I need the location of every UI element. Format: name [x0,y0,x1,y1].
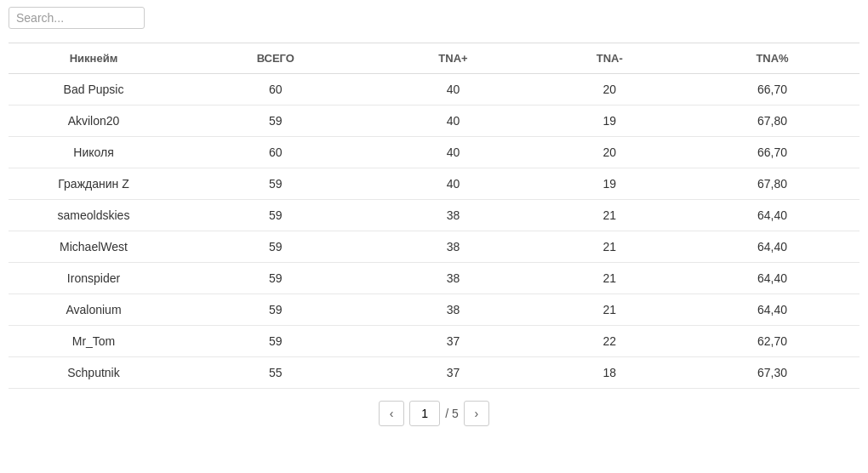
cell-value: 38 [373,294,534,326]
cell-value: 66,70 [685,74,859,105]
cell-nickname: Bad Pupsic [9,74,179,105]
table-row: Ironspider59382164,40 [9,263,859,294]
cell-value: 62,70 [685,326,859,357]
pagination: ‹ / 5 › [9,389,859,435]
cell-value: 59 [179,263,373,294]
cell-value: 38 [373,231,534,263]
cell-value: 21 [534,263,685,294]
cell-value: 64,40 [685,263,859,294]
cell-value: 20 [534,74,685,105]
table-row: Avalonium59382164,40 [9,294,859,326]
cell-value: 21 [534,294,685,326]
cell-value: 64,40 [685,231,859,263]
cell-value: 37 [373,357,534,389]
next-page-button[interactable]: › [464,401,489,426]
cell-value: 21 [534,200,685,231]
cell-value: 37 [373,326,534,357]
cell-value: 40 [373,168,534,200]
col-header-nickname: Никнейм [9,43,179,74]
cell-value: 59 [179,105,373,137]
cell-value: 20 [534,137,685,168]
cell-value: 59 [179,294,373,326]
cell-nickname: Schputnik [9,357,179,389]
table-row: Bad Pupsic60402066,70 [9,74,859,105]
table-row: Mr_Tom59372262,70 [9,326,859,357]
cell-nickname: sameoldskies [9,200,179,231]
cell-value: 40 [373,105,534,137]
cell-value: 59 [179,326,373,357]
cell-value: 66,70 [685,137,859,168]
cell-value: 67,30 [685,357,859,389]
cell-nickname: Mr_Tom [9,326,179,357]
col-header-total: ВСЕГО [179,43,373,74]
cell-nickname: Николя [9,137,179,168]
page-total: / 5 [445,407,459,420]
main-container: Никнейм ВСЕГО TNA+ TNA- TNA% Bad Pupsic6… [0,0,868,442]
search-wrap [9,7,859,29]
cell-value: 60 [179,137,373,168]
table-row: sameoldskies59382164,40 [9,200,859,231]
cell-value: 38 [373,200,534,231]
cell-value: 59 [179,168,373,200]
cell-value: 67,80 [685,105,859,137]
page-number-input[interactable] [409,401,440,426]
cell-value: 18 [534,357,685,389]
cell-value: 59 [179,231,373,263]
cell-value: 64,40 [685,294,859,326]
cell-value: 59 [179,200,373,231]
cell-value: 64,40 [685,200,859,231]
leaderboard-table: Никнейм ВСЕГО TNA+ TNA- TNA% Bad Pupsic6… [9,43,859,389]
table-row: Николя60402066,70 [9,137,859,168]
cell-nickname: Avalonium [9,294,179,326]
cell-nickname: MichaelWest [9,231,179,263]
cell-value: 21 [534,231,685,263]
cell-nickname: Akvilon20 [9,105,179,137]
cell-value: 40 [373,137,534,168]
table-header-row: Никнейм ВСЕГО TNA+ TNA- TNA% [9,43,859,74]
col-header-tna-plus: TNA+ [373,43,534,74]
prev-page-button[interactable]: ‹ [379,401,404,426]
cell-value: 19 [534,105,685,137]
cell-value: 60 [179,74,373,105]
cell-value: 55 [179,357,373,389]
cell-value: 67,80 [685,168,859,200]
cell-value: 40 [373,74,534,105]
cell-nickname: Ironspider [9,263,179,294]
table-row: MichaelWest59382164,40 [9,231,859,263]
col-header-tna-minus: TNA- [534,43,685,74]
cell-nickname: Гражданин Z [9,168,179,200]
table-row: Schputnik55371867,30 [9,357,859,389]
cell-value: 22 [534,326,685,357]
cell-value: 38 [373,263,534,294]
col-header-tna-percent: TNA% [685,43,859,74]
search-input[interactable] [9,7,145,29]
table-row: Гражданин Z59401967,80 [9,168,859,200]
cell-value: 19 [534,168,685,200]
table-row: Akvilon2059401967,80 [9,105,859,137]
